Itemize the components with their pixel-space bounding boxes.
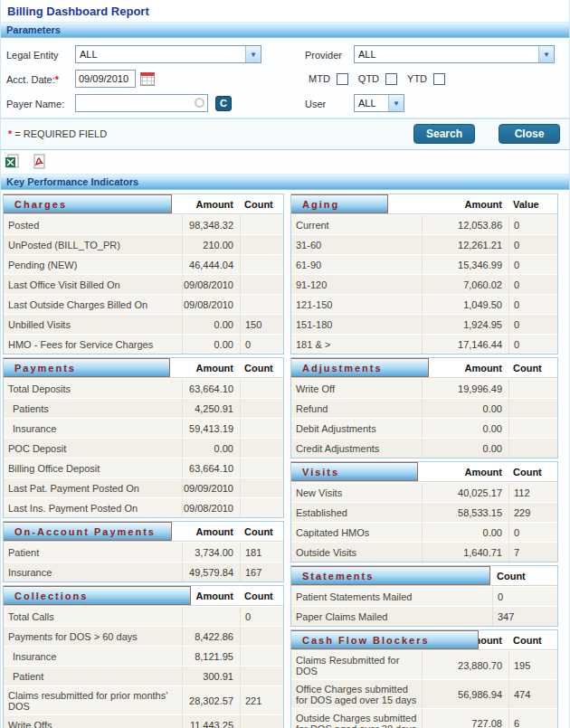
kpi-table-header: AmountCountCharges: [4, 194, 283, 214]
count-cell: [508, 379, 557, 398]
amount-cell: 59,413.19: [182, 419, 240, 438]
amount-cell: 12,261.21: [422, 235, 508, 254]
table-row: Last Pat. Payment Posted On09/09/2010: [4, 477, 283, 497]
search-lookup-icon[interactable]: [195, 98, 204, 108]
table-row: Billing Office Deposit63,664.10: [4, 458, 283, 477]
close-button[interactable]: Close: [499, 124, 560, 144]
count-cell: 0: [240, 607, 283, 626]
count-cell: 0: [508, 235, 557, 254]
payer-name-input[interactable]: [75, 94, 208, 112]
acct-date-input[interactable]: [75, 70, 136, 88]
chevron-down-icon[interactable]: ▼: [388, 95, 404, 111]
amount-cell: 49,579.84: [182, 563, 240, 581]
count-cell: [240, 498, 283, 517]
qtd-checkbox[interactable]: [385, 73, 397, 85]
kpi-table-header: AmountCountAdjustments: [291, 358, 557, 378]
amount-cell: 8,121.95: [182, 647, 240, 666]
count-cell: 7: [508, 543, 557, 562]
table-row: Current12,053.860: [291, 214, 557, 234]
table-row: Claims Resubmitted for DOS23,880.70195: [291, 650, 557, 679]
legal-entity-label: Legal Entity: [6, 49, 73, 61]
row-label: Write Off: [291, 379, 422, 398]
amount-cell: 4,250.91: [182, 399, 240, 418]
user-label: User: [305, 98, 352, 109]
amount-cell: 0.00: [182, 315, 240, 334]
column-header-count: Count: [240, 526, 283, 537]
kpi-table-title: Payments: [4, 358, 170, 377]
column-header-count: Count: [508, 467, 557, 477]
user-select[interactable]: ALL ▼: [354, 94, 404, 112]
row-label: Office Charges submitted for DOS aged ov…: [291, 680, 422, 708]
acct-date-label: Acct. Date:*: [6, 73, 73, 85]
parameters-header: Parameters: [1, 22, 569, 38]
row-label: Capitated HMOs: [291, 523, 422, 542]
row-label: Debit Adjustments: [291, 419, 422, 438]
row-label: UnPosted (BILL_TO_PR): [4, 235, 182, 254]
row-label: Pending (NEW): [4, 255, 182, 274]
count-cell: 167: [240, 563, 283, 581]
row-label: Insurance: [4, 647, 182, 666]
table-row: Patient3,734.00181: [4, 542, 283, 562]
excel-export-icon[interactable]: [5, 154, 20, 169]
ytd-checkbox[interactable]: [433, 73, 445, 85]
table-row: 151-1801,924.950: [291, 314, 557, 334]
row-label: Patients: [4, 399, 182, 418]
mtd-checkbox[interactable]: [337, 73, 348, 85]
kpi-table-header: AmountCountPayments: [4, 358, 283, 378]
row-label: Write Offs: [4, 715, 182, 728]
amount-cell: 8,422.86: [182, 627, 240, 646]
row-label: Insurance: [4, 419, 182, 438]
table-row: HMO - Fees for Service Charges0.000: [4, 334, 283, 354]
count-cell: [240, 419, 283, 438]
clear-button[interactable]: C: [215, 96, 232, 111]
row-label: Established: [291, 503, 422, 522]
pdf-export-icon[interactable]: [32, 154, 47, 169]
row-label: Payments for DOS > 60 days: [4, 627, 182, 646]
amount-cell: 210.00: [182, 235, 240, 254]
amount-cell: 3,734.00: [182, 543, 240, 562]
period-filter-group: MTD QTD YTD: [305, 73, 564, 85]
kpi-table-header: AmountValueAging: [291, 194, 557, 214]
legal-entity-select[interactable]: ALL ▼: [75, 45, 261, 63]
chevron-down-icon[interactable]: ▼: [245, 46, 261, 62]
row-label: Billing Office Deposit: [4, 459, 182, 477]
parameters-panel: Parameters Legal Entity ALL ▼ Provider A…: [1, 22, 569, 150]
count-cell: 0: [508, 523, 557, 542]
table-row: Credit Adjustments0.00: [291, 438, 557, 458]
amount-cell: 46,444.04: [182, 255, 240, 274]
billing-dashboard-page: Billing Dashboard Report Parameters Lega…: [0, 0, 570, 728]
row-label: Last Outside Charges Billed On: [4, 295, 182, 314]
kpi-column-left: AmountCountChargesPosted98,348.32UnPoste…: [3, 194, 284, 728]
row-label: Insurance: [4, 563, 182, 581]
calendar-icon[interactable]: [140, 72, 155, 86]
kpi-table-adjustments: AmountCountAdjustmentsWrite Off19,996.49…: [290, 357, 558, 459]
table-row: Insurance8,121.95: [4, 646, 283, 666]
table-row: New Visits40,025.17112: [291, 482, 557, 502]
table-row: Insurance59,413.19: [4, 418, 283, 438]
chevron-down-icon[interactable]: ▼: [538, 46, 554, 62]
kpi-table-title: Adjustments: [291, 358, 429, 377]
kpi-table-header: AmountCountCash Flow Blockers: [291, 630, 557, 650]
table-row: Payments for DOS > 60 days8,422.86: [4, 626, 283, 646]
row-label: Posted: [4, 215, 182, 234]
amount-cell: 727.08: [422, 709, 508, 728]
amount-cell: 0.00: [182, 335, 240, 354]
count-cell: [240, 399, 283, 418]
kpi-table-cash-flow-blockers: AmountCountCash Flow BlockersClaims Resu…: [290, 629, 558, 728]
search-button[interactable]: Search: [413, 124, 475, 144]
kpi-header: Key Performance Indicators: [1, 174, 569, 190]
count-cell: [240, 627, 283, 646]
column-header-amount: Amount: [422, 363, 508, 373]
column-header-value: Value: [508, 199, 557, 210]
count-cell: 0: [508, 215, 557, 234]
table-row: Established58,533.15229: [291, 502, 557, 522]
amount-cell: [182, 607, 240, 626]
table-row: 121-1501,049.500: [291, 294, 557, 314]
qtd-label: QTD: [358, 73, 379, 84]
amount-cell: 63,664.10: [182, 379, 240, 398]
kpi-table-collections: AmountCountCollectionsTotal Calls0Paymen…: [3, 585, 284, 728]
row-label: 31-60: [291, 235, 422, 254]
provider-select[interactable]: ALL ▼: [354, 45, 555, 63]
row-label: Last Office Visit Billed On: [4, 275, 182, 294]
kpi-table-title: On-Account Payments: [4, 522, 172, 541]
